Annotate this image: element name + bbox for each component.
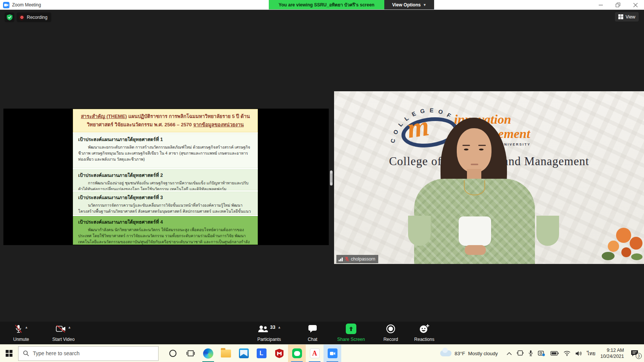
person-hands xyxy=(465,245,486,255)
taskbar-app-mail[interactable] xyxy=(235,345,253,362)
mail-icon xyxy=(239,348,249,358)
zoom-toolbar: ▲ Unmute ▲ Start Video 33 ▲ Participants xyxy=(0,322,644,344)
viewing-banner: You are viewing SSRU_อทิตยา บัวศรี's scr… xyxy=(269,0,384,9)
participant-name-tag: cholpassorn xyxy=(336,255,378,263)
recording-indicator[interactable]: Recording xyxy=(17,12,51,22)
edge-icon xyxy=(203,348,213,359)
taskbar-app-file-explorer[interactable] xyxy=(217,345,235,362)
record-dot-icon xyxy=(19,15,25,20)
signal-strength-icon xyxy=(339,257,343,261)
search-input[interactable]: Type here to search xyxy=(18,346,159,361)
window-title: Zoom Meeting xyxy=(12,2,41,8)
task-view-button[interactable] xyxy=(182,345,199,362)
microphone-tray-icon[interactable] xyxy=(528,350,533,357)
cortana-icon xyxy=(169,349,177,357)
title-bar: Zoom Meeting You are viewing SSRU_อทิตยา… xyxy=(0,0,644,10)
reactions-button[interactable]: Reactions xyxy=(408,323,440,344)
record-icon xyxy=(386,324,396,334)
share-screen-button[interactable]: Share Screen xyxy=(331,323,371,344)
chat-bubble-icon xyxy=(308,325,317,333)
taskbar-app-l[interactable]: L xyxy=(253,345,270,362)
weather-condition: Mostly cloudy xyxy=(468,351,498,356)
unmute-button[interactable]: ▲ Unmute xyxy=(5,323,37,344)
section-body: พัฒนากำลังคน นักวิทยาศาสตร์และนวัตกร ให้… xyxy=(78,227,253,245)
document-header: สาระสำคัญ (THEME) แผนปฏิบัติราชการ การพล… xyxy=(73,109,258,132)
speaker-icon[interactable] xyxy=(575,351,582,356)
meeting-top-strip: Recording View xyxy=(0,10,644,25)
gold-necklace xyxy=(464,180,485,195)
participants-count: 33 xyxy=(270,325,276,330)
zoom-app-icon xyxy=(3,2,9,8)
clock-date: 10/24/2021 xyxy=(600,353,624,359)
cortana-button[interactable] xyxy=(164,345,182,362)
security-shield-icon[interactable] xyxy=(5,12,14,22)
reactions-smiley-icon xyxy=(419,324,430,334)
record-button[interactable]: Record xyxy=(377,323,404,344)
weather-widget[interactable]: 83°F Mostly cloudy xyxy=(440,350,498,356)
shared-document: สาระสำคัญ (THEME) แผนปฏิบัติราชการ การพล… xyxy=(73,109,258,245)
flower-bouquet xyxy=(594,224,644,264)
document-section-3: เป้าประสงค์แผนงานภายใต้ยุทธศาสตร์ที่ 3 น… xyxy=(73,192,258,215)
share-screen-icon xyxy=(346,324,356,334)
tray-expand-chevron-icon[interactable] xyxy=(507,352,512,355)
video-options-caret[interactable]: ▲ xyxy=(68,325,71,329)
action-center-button[interactable]: 3 xyxy=(629,348,640,359)
acrobat-icon: A xyxy=(310,348,320,358)
taskbar-app-acrobat[interactable]: A xyxy=(306,345,324,362)
camera-tray-icon[interactable] xyxy=(538,350,545,356)
participant-name: cholpassorn xyxy=(351,256,376,262)
document-section-4-highlighted: เป้าประสงค์แผนงานภายใต้ยุทธศาสตร์ที่ 4 พ… xyxy=(73,216,258,245)
language-indicator[interactable]: ไทย xyxy=(587,350,596,357)
start-video-button[interactable]: ▲ Start Video xyxy=(45,323,82,344)
task-view-icon xyxy=(186,350,195,357)
clock-time: 9:12 AM xyxy=(600,347,624,353)
section-body: การพัฒนาเมืองน่าอยู่ ชุมชน/ท้องถิ่น เศรษ… xyxy=(78,180,253,190)
view-options-button[interactable]: View Options ▼ xyxy=(384,0,434,9)
search-icon xyxy=(23,350,29,356)
panel-resize-handle[interactable] xyxy=(330,170,333,186)
section-title: เป้าประสงค์แผนงานภายใต้ยุทธศาสตร์ที่ 4 xyxy=(78,218,253,226)
taskbar-clock[interactable]: 9:12 AM 10/24/2021 xyxy=(600,347,624,360)
battery-icon[interactable] xyxy=(550,351,559,356)
chat-button[interactable]: Chat xyxy=(300,323,325,344)
document-section-2: เป้าประสงค์แผนงานภายใต้ยุทธศาสตร์ที่ 2 ก… xyxy=(73,169,258,190)
participants-button[interactable]: 33 ▲ Participants xyxy=(247,323,291,344)
close-button[interactable] xyxy=(627,0,644,10)
zoom-taskbar-icon xyxy=(328,348,337,358)
section-title: เป้าประสงค์แผนงานภายใต้ยุทธศาสตร์ที่ 1 xyxy=(78,136,253,143)
system-tray: 83°F Mostly cloudy ไทย 9:12 AM 10/24/202… xyxy=(440,345,644,362)
cloud-icon xyxy=(440,350,451,356)
participants-caret[interactable]: ▲ xyxy=(277,325,281,329)
unmute-options-caret[interactable]: ▲ xyxy=(25,325,28,329)
participant-video-tile[interactable]: C O L L E G E O F m innovation managemen… xyxy=(334,91,644,264)
search-placeholder: Type here to search xyxy=(33,350,80,356)
person-face xyxy=(457,128,491,173)
view-button[interactable]: View xyxy=(615,12,639,21)
start-button[interactable] xyxy=(0,345,18,362)
section-title: เป้าประสงค์แผนงานภายใต้ยุทธศาสตร์ที่ 3 xyxy=(78,194,253,201)
device-icon[interactable] xyxy=(517,350,524,356)
taskbar-app-zoom[interactable] xyxy=(324,345,341,362)
line-icon xyxy=(292,348,302,358)
section-title: เป้าประสงค์แผนงานภายใต้ยุทธศาสตร์ที่ 2 xyxy=(78,172,253,179)
chevron-down-icon: ▼ xyxy=(423,3,426,7)
mic-muted-icon xyxy=(14,324,23,333)
file-explorer-icon xyxy=(221,350,231,357)
shared-screen-area: สาระสำคัญ (THEME) แผนปฏิบัติราชการ การพล… xyxy=(3,109,329,245)
mcafee-shield-icon xyxy=(274,348,284,358)
document-section-1: เป้าประสงค์แผนงานภายใต้ยุทธศาสตร์ที่ 1 พ… xyxy=(73,133,258,168)
notification-count-badge: 3 xyxy=(636,353,642,359)
windows-taskbar: Type here to search L A xyxy=(0,344,644,362)
restore-button[interactable] xyxy=(609,0,627,10)
video-camera-muted-icon xyxy=(56,325,66,333)
dress-lace-sleeves xyxy=(408,216,431,246)
wifi-icon[interactable] xyxy=(564,351,570,356)
taskbar-app-mcafee[interactable] xyxy=(270,345,288,362)
grid-view-icon xyxy=(618,14,623,19)
section-body: นวัตกรรมการจัดการความรู้และขับเคลื่อนการ… xyxy=(78,202,253,215)
taskbar-app-edge[interactable] xyxy=(199,345,217,362)
zoom-meeting-window: Zoom Meeting You are viewing SSRU_อทิตยา… xyxy=(0,0,644,362)
windows-logo-icon xyxy=(6,350,12,357)
minimize-button[interactable] xyxy=(592,0,609,10)
taskbar-app-line[interactable] xyxy=(288,345,306,362)
